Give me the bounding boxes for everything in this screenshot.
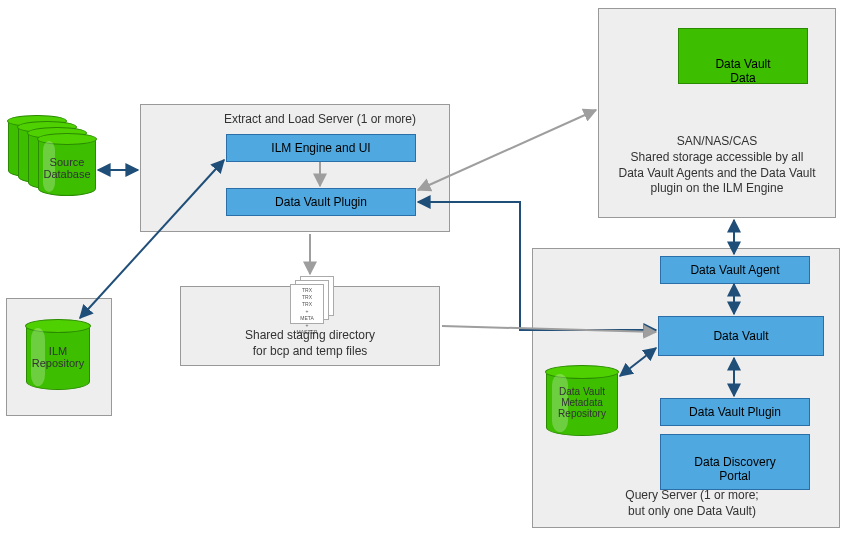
data-vault-data-box: Data Vault Data <box>678 28 808 84</box>
data-vault-box: Data Vault <box>658 316 824 356</box>
data-vault-plugin-bottom-label: Data Vault Plugin <box>689 405 781 419</box>
dv-metadata-repo-label: Data Vault Metadata Repository <box>546 386 618 419</box>
data-vault-label: Data Vault <box>713 329 768 343</box>
data-discovery-portal-box: Data Discovery Portal <box>660 434 810 490</box>
data-vault-plugin-top-box: Data Vault Plugin <box>226 188 416 216</box>
staging-label: Shared staging directory for bcp and tem… <box>210 328 410 359</box>
san-title: SAN/NAS/CAS <box>598 134 836 150</box>
ilm-engine-box: ILM Engine and UI <box>226 134 416 162</box>
extract-load-title: Extract and Load Server (1 or more) <box>200 112 440 128</box>
data-vault-data-label: Data Vault Data <box>715 57 770 85</box>
doc-stack-icon: TRX TRX TRX + META + MASTER <box>290 276 335 326</box>
data-vault-agent-box: Data Vault Agent <box>660 256 810 284</box>
san-desc: Shared storage accessible by all Data Va… <box>600 150 834 197</box>
dv-metadata-repo-db: Data Vault Metadata Repository <box>546 366 618 436</box>
source-database-stack: Source Database <box>8 116 98 196</box>
ilm-repository-db: ILM Repository <box>26 320 90 390</box>
data-vault-agent-label: Data Vault Agent <box>690 263 779 277</box>
ilm-repository-label: ILM Repository <box>26 345 90 369</box>
data-vault-plugin-top-label: Data Vault Plugin <box>275 195 367 209</box>
source-database-label: Source Database <box>38 156 96 180</box>
query-server-title: Query Server (1 or more; but only one Da… <box>572 488 812 519</box>
data-vault-plugin-bottom-box: Data Vault Plugin <box>660 398 810 426</box>
ilm-engine-label: ILM Engine and UI <box>271 141 370 155</box>
data-discovery-portal-label: Data Discovery Portal <box>694 455 775 483</box>
